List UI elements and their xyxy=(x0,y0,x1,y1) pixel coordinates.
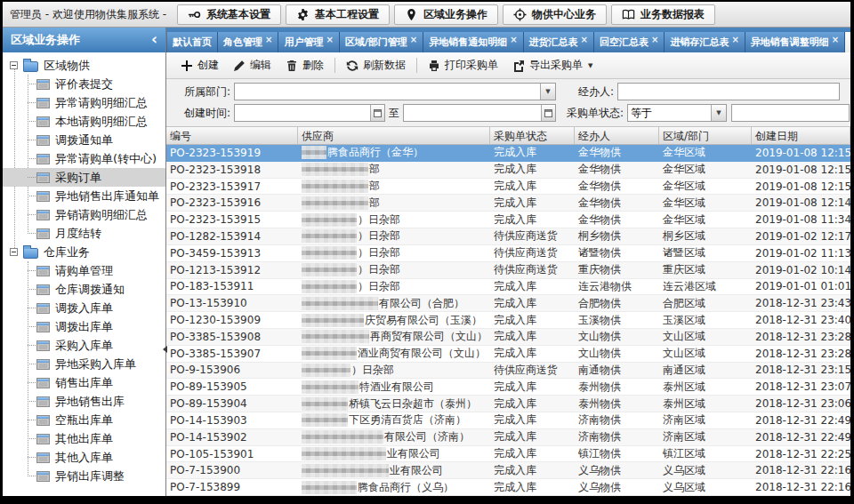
column-header[interactable]: 区域/部门 xyxy=(659,127,752,144)
cell-po-number: PO-2323-153916 xyxy=(166,196,298,209)
date-to-field[interactable] xyxy=(403,104,556,122)
tab[interactable]: 异地销售通知明细 × xyxy=(423,32,523,52)
table-row[interactable]: PO-9-153906 ）日杂部 待供应商送货 南通物供 南通区域 2018-1… xyxy=(166,363,850,380)
top-menu-button[interactable]: 业务数据报表 xyxy=(611,4,715,25)
close-icon[interactable]: × xyxy=(510,36,517,44)
tab[interactable]: 区域/部门管理 × xyxy=(340,32,423,52)
close-icon[interactable]: × xyxy=(731,36,738,44)
table-row[interactable]: PO-2323-153916 部 完成入库 金华物供 金华区域 2019-01-… xyxy=(166,195,850,212)
table-row[interactable]: PO-89-153905 特酒业有限公司 完成入库 泰州物供 泰州区域 2018… xyxy=(166,379,850,396)
table-row[interactable]: PO-2323-153917 部 完成入库 金华物供 金华区域 2019-01-… xyxy=(166,179,850,196)
calendar-icon[interactable] xyxy=(370,105,384,121)
tree-item[interactable]: 异地销售出库通知单 xyxy=(3,187,165,205)
date-from-input[interactable] xyxy=(235,105,370,121)
table-row[interactable]: PO-1230-153909 庆贸易有限公司（玉溪） 完成入库 玉溪物供 玉溪区… xyxy=(166,312,850,329)
tab[interactable]: 异地销售调整明细 × xyxy=(745,32,845,52)
close-icon[interactable]: × xyxy=(581,36,588,44)
tab[interactable]: 回空汇总表 × xyxy=(594,32,665,52)
tree-item[interactable]: 空瓶出库单 xyxy=(3,411,165,429)
tab[interactable]: 采购订单 × xyxy=(845,32,850,52)
tab[interactable]: 进货汇总表 × xyxy=(524,32,594,52)
table-row[interactable]: PO-2323-153919 腾食品商行（金华） 完成入库 金华物供 金华区域 … xyxy=(166,145,850,162)
close-icon[interactable]: × xyxy=(832,36,839,44)
tree-item[interactable]: 异地销售出库 xyxy=(3,392,165,411)
column-header[interactable]: 创建日期 xyxy=(752,127,850,144)
tree-item[interactable]: 异常请购单(转中心) xyxy=(3,149,165,168)
column-header[interactable]: 经办人 xyxy=(575,127,659,144)
table-row[interactable]: PO-3385-153908 再商贸有限公司（文山） 完成入库 文山物供 文山区… xyxy=(166,329,850,346)
column-header[interactable]: 采购单状态 xyxy=(490,127,575,144)
table-row[interactable]: PO-105-153901 业有限公司 完成入库 镇江物供 镇江区域 2018-… xyxy=(166,446,850,463)
tree-item[interactable]: 异常请购明细汇总 xyxy=(3,93,165,112)
tree-folder[interactable]: 仓库业务 xyxy=(3,243,165,261)
department-input[interactable] xyxy=(235,84,540,100)
tree-item[interactable]: 调拨入库单 xyxy=(3,299,165,317)
status-operator-select[interactable]: ▼ xyxy=(627,104,727,122)
table-row[interactable]: PO-7-153899 腾食品商行（义乌） 完成入库 义乌物供 义乌区域 201… xyxy=(166,479,850,496)
tree-item[interactable]: 销售出库单 xyxy=(3,373,165,392)
table-row[interactable]: PO-14-153903 下区勇清百货店（济南） 完成入库 济南物供 济南区域 … xyxy=(166,412,850,429)
table-row[interactable]: PO-3459-153913 ）日杂部 待供应商送货 诸暨物供 诸暨区域 201… xyxy=(166,245,850,262)
column-header[interactable]: 编号 xyxy=(166,127,298,144)
top-menu-button[interactable]: 物供中心业务 xyxy=(503,4,607,25)
tree-item[interactable]: 请购单管理 xyxy=(3,261,165,280)
tree-item[interactable]: 采购入库单 xyxy=(3,336,165,355)
date-from-field[interactable] xyxy=(234,104,385,122)
tree-item[interactable]: 其他出库单 xyxy=(3,429,165,448)
tree-item[interactable]: 异销请购明细汇总 xyxy=(3,205,165,224)
tree-item[interactable]: 其他入库单 xyxy=(3,448,165,467)
chevron-down-icon[interactable]: ▼ xyxy=(711,105,726,121)
handler-input[interactable] xyxy=(617,83,840,100)
status-operator-value[interactable] xyxy=(628,105,711,121)
tree-item[interactable]: 月度结转 xyxy=(3,224,165,243)
table-row[interactable]: PO-183-153911 ）日杂部 完成入库 连云港物供 连云港区域 2019… xyxy=(166,279,850,296)
tree-item[interactable]: 仓库调拨通知 xyxy=(3,280,165,299)
table-row[interactable]: PO-7-153900 业有限公司 完成入库 义乌物供 义乌区域 2018-12… xyxy=(166,462,850,479)
cell-status: 完成入库 xyxy=(490,162,575,177)
table-row[interactable]: PO-2323-153918 部 完成入库 金华物供 金华区域 2019-01-… xyxy=(166,162,850,179)
calendar-icon[interactable] xyxy=(541,105,555,121)
department-select[interactable]: ▼ xyxy=(234,83,556,100)
splitter-collapse-arrow-icon[interactable] xyxy=(163,346,167,353)
collapse-chevron-icon[interactable]: ‹ xyxy=(151,32,157,47)
date-to-input[interactable] xyxy=(404,105,541,121)
tab[interactable]: 角色管理 × xyxy=(218,32,278,52)
table-row[interactable]: PO-89-153904 桥镇飞云日杂超市（泰州） 完成入库 泰州物供 泰州区域… xyxy=(166,396,850,412)
tree-item[interactable]: 评价表提交 xyxy=(3,75,165,93)
close-icon[interactable]: × xyxy=(651,36,658,44)
table-row[interactable]: PO-3385-153907 酒业商贸有限公司（文山） 完成入库 文山物供 文山… xyxy=(166,346,850,363)
toolbar-button[interactable]: 删除 xyxy=(278,55,331,76)
table-row[interactable]: PO-13-153910 有限公司（合肥） 完成入库 合肥物供 合肥区域 201… xyxy=(166,295,850,312)
tab[interactable]: 进销存汇总表 × xyxy=(665,32,745,52)
toolbar-button[interactable]: 创建 xyxy=(173,55,226,76)
top-menu-button[interactable]: 区域业务操作 xyxy=(394,4,498,25)
tree-folder[interactable]: 区域物供 xyxy=(3,56,165,75)
top-menu-button[interactable]: 基本工程设置 xyxy=(286,4,390,25)
tree-item[interactable]: 采购订单 xyxy=(3,168,165,187)
close-icon[interactable]: × xyxy=(410,36,417,44)
toolbar-button[interactable]: 刷新数据 xyxy=(339,55,413,76)
close-icon[interactable]: × xyxy=(326,36,333,44)
collapse-toggle-icon[interactable] xyxy=(10,61,18,69)
tree-item[interactable]: 异地采购入库单 xyxy=(3,355,165,373)
tree-item[interactable]: 调拨出库单 xyxy=(3,317,165,336)
tab[interactable]: 用户管理 × xyxy=(278,32,339,52)
collapse-toggle-icon[interactable] xyxy=(10,248,18,256)
table-row[interactable]: PO-2323-153915 ）日杂部 完成入库 金华物供 金华区域 2019-… xyxy=(166,212,850,228)
status-value-input[interactable] xyxy=(731,104,850,122)
toolbar-button[interactable]: 编辑 xyxy=(226,55,278,76)
cell-supplier: 酒业商贸有限公司（文山） xyxy=(298,346,490,361)
tab[interactable]: 默认首页 xyxy=(167,32,218,52)
toolbar-button[interactable]: 导出采购单 ▼ xyxy=(505,55,600,76)
top-menu-button[interactable]: 系统基本设置 xyxy=(177,4,281,25)
toolbar-button[interactable]: 打印采购单 xyxy=(421,55,505,76)
tree-item[interactable]: 本地请购明细汇总 xyxy=(3,112,165,131)
tree-item[interactable]: 调拨通知单 xyxy=(3,131,165,149)
tree-item[interactable]: 异销出库调整 xyxy=(3,467,165,485)
table-row[interactable]: PO-1213-153912 ）日杂部 待供应商送货 重庆物供 重庆区域 201… xyxy=(166,262,850,279)
column-header[interactable]: 供应商 xyxy=(298,127,490,144)
close-icon[interactable]: × xyxy=(265,36,272,44)
table-row[interactable]: PO-1282-153914 ）日杂部 待供应商送货 桐乡物供 桐乡区域 201… xyxy=(166,228,850,245)
table-row[interactable]: PO-14-153902 有限公司（济南） 完成入库 济南物供 济南区域 201… xyxy=(166,429,850,446)
chevron-down-icon[interactable]: ▼ xyxy=(540,84,555,100)
